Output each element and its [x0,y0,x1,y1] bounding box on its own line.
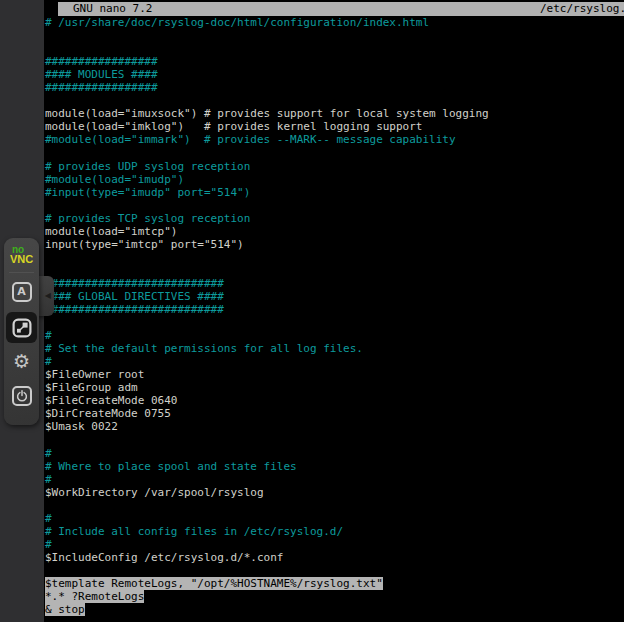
terminal-line: # [45,355,624,368]
terminal-line: ################# [45,55,624,68]
novnc-logo: no VNC [4,238,39,265]
terminal-line: module(load="imtcp") [45,225,624,238]
terminal-line: # [45,538,624,551]
terminal-line: $template RemoteLogs, "/opt/%HOSTNAME%/r… [45,577,624,590]
nano-filename-label: /etc/rsyslog. [540,2,624,16]
terminal-line [45,146,624,159]
novnc-logo-vnc: VNC [10,254,39,265]
terminal-line: #module(load="imudp") [45,173,624,186]
terminal-line [45,499,624,512]
terminal-line: module(load="imuxsock") # provides suppo… [45,107,624,120]
terminal-line: ########################### [45,303,624,316]
terminal-line: # Where to place spool and state files [45,460,624,473]
terminal-line: ########################### [45,277,624,290]
terminal-line: $WorkDirectory /var/spool/rsyslog [45,486,624,499]
terminal-line: # /usr/share/doc/rsyslog-doc/html/config… [45,16,624,29]
power-button[interactable] [8,382,35,409]
terminal-line: *.* ?RemoteLogs [45,590,624,603]
power-icon [12,386,32,406]
settings-button[interactable]: ⚙ [8,348,35,375]
terminal-line [45,564,624,577]
terminal-line: input(type="imtcp" port="514") [45,238,624,251]
terminal-line [45,42,624,55]
fullscreen-icon [12,318,32,338]
panel-divider [9,272,34,273]
terminal-line: #### MODULES #### [45,68,624,81]
terminal-line [45,434,624,447]
terminal-line: # provides UDP syslog reception [45,160,624,173]
terminal-line: $FileGroup adm [45,381,624,394]
terminal-line [45,199,624,212]
terminal-line: # [45,329,624,342]
keyboard-button[interactable]: A [8,278,35,305]
terminal-line: $FileCreateMode 0640 [45,394,624,407]
terminal-line: $Umask 0022 [45,420,624,433]
gear-icon: ⚙ [13,352,30,371]
terminal-line: # Include all config files in /etc/rsysl… [45,525,624,538]
nano-titlebar: GNU nano 7.2 /etc/rsyslog. [58,2,624,16]
novnc-control-bar: no VNC A ⚙ [4,238,39,425]
terminal-line: #input(type="imudp" port="514") [45,186,624,199]
terminal-line [45,251,624,264]
terminal-line: #### GLOBAL DIRECTIVES #### [45,290,624,303]
terminal-line: # [45,512,624,525]
terminal-line: # [45,473,624,486]
terminal-line: module(load="imklog") # provides kernel … [45,120,624,133]
terminal-line: $DirCreateMode 0755 [45,407,624,420]
terminal-line: ################# [45,81,624,94]
terminal-line: $FileOwner root [45,368,624,381]
terminal-line [45,264,624,277]
terminal-content: # /usr/share/doc/rsyslog-doc/html/config… [45,16,624,616]
nano-version-label: GNU nano 7.2 [58,2,152,16]
terminal-line: #module(load="immark") # provides --MARK… [45,133,624,146]
terminal-screen[interactable]: GNU nano 7.2 /etc/rsyslog. # /usr/share/… [44,0,624,622]
fullscreen-button[interactable] [6,312,37,343]
terminal-line: # provides TCP syslog reception [45,212,624,225]
terminal-line: # Set the default permissions for all lo… [45,342,624,355]
vnc-screen: ◀ no VNC A ⚙ [0,0,624,622]
terminal-line [45,94,624,107]
keyboard-icon: A [12,282,32,302]
terminal-line [45,29,624,42]
terminal-line: & stop [45,603,624,616]
terminal-line: # [45,447,624,460]
terminal-line: $IncludeConfig /etc/rsyslog.d/*.conf [45,551,624,564]
chevron-left-icon: ◀ [45,292,51,300]
terminal-line [45,316,624,329]
